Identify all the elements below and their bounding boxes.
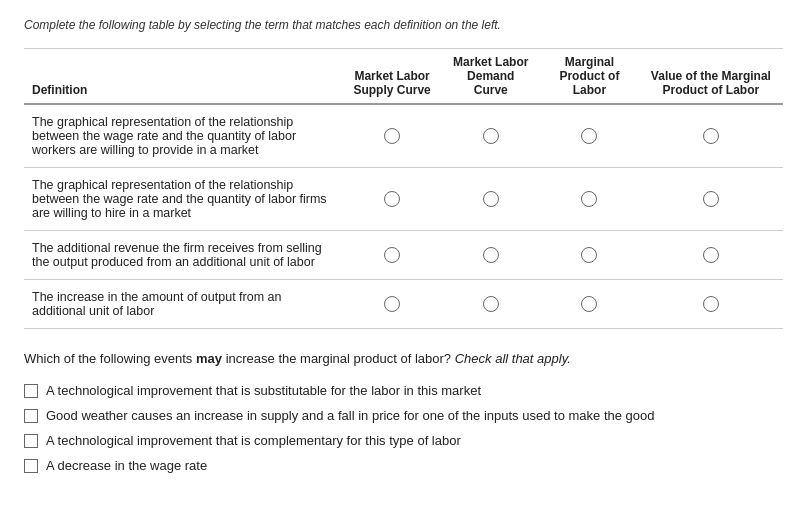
checkbox-label-2: Good weather causes an increase in suppl… xyxy=(46,408,655,423)
row3-col2-cell xyxy=(441,231,540,280)
checkbox-label-4: A decrease in the wage rate xyxy=(46,458,207,473)
checkbox-1[interactable] xyxy=(24,384,38,398)
row3-col2-radio[interactable] xyxy=(483,247,499,263)
row1-definition: The graphical representation of the rela… xyxy=(24,104,343,168)
instruction-text: Complete the following table by selectin… xyxy=(24,18,783,32)
table-row: The increase in the amount of output fro… xyxy=(24,280,783,329)
row2-col4-cell xyxy=(639,168,783,231)
row4-col1-cell xyxy=(343,280,442,329)
table-row: The graphical representation of the rela… xyxy=(24,104,783,168)
checkbox-item-4: A decrease in the wage rate xyxy=(24,458,783,473)
checkbox-item-1: A technological improvement that is subs… xyxy=(24,383,783,398)
row3-col4-radio[interactable] xyxy=(703,247,719,263)
row3-col3-cell xyxy=(540,231,639,280)
row3-definition: The additional revenue the firm receives… xyxy=(24,231,343,280)
row1-col4-cell xyxy=(639,104,783,168)
row1-col2-radio[interactable] xyxy=(483,128,499,144)
table-row: The additional revenue the firm receives… xyxy=(24,231,783,280)
col-header-supply: Market Labor Supply Curve xyxy=(343,49,442,105)
row1-col2-cell xyxy=(441,104,540,168)
row2-col1-radio[interactable] xyxy=(384,191,400,207)
row1-col4-radio[interactable] xyxy=(703,128,719,144)
row4-col2-radio[interactable] xyxy=(483,296,499,312)
row4-col3-cell xyxy=(540,280,639,329)
question-text: Which of the following events may increa… xyxy=(24,349,783,369)
row2-col3-radio[interactable] xyxy=(581,191,597,207)
row3-col1-cell xyxy=(343,231,442,280)
row2-col2-radio[interactable] xyxy=(483,191,499,207)
row2-col3-cell xyxy=(540,168,639,231)
row1-col3-cell xyxy=(540,104,639,168)
row4-col2-cell xyxy=(441,280,540,329)
checkbox-label-1: A technological improvement that is subs… xyxy=(46,383,481,398)
row3-col3-radio[interactable] xyxy=(581,247,597,263)
question-section: Which of the following events may increa… xyxy=(24,349,783,473)
row1-col3-radio[interactable] xyxy=(581,128,597,144)
col-header-demand: Market Labor Demand Curve xyxy=(441,49,540,105)
row4-col4-radio[interactable] xyxy=(703,296,719,312)
row3-col1-radio[interactable] xyxy=(384,247,400,263)
row4-col3-radio[interactable] xyxy=(581,296,597,312)
row1-col1-cell xyxy=(343,104,442,168)
checkbox-item-3: A technological improvement that is comp… xyxy=(24,433,783,448)
row4-definition: The increase in the amount of output fro… xyxy=(24,280,343,329)
row2-definition: The graphical representation of the rela… xyxy=(24,168,343,231)
question-text-before: Which of the following events xyxy=(24,351,196,366)
matching-table: Definition Market Labor Supply Curve Mar… xyxy=(24,48,783,329)
row2-col2-cell xyxy=(441,168,540,231)
row2-col1-cell xyxy=(343,168,442,231)
checkbox-item-2: Good weather causes an increase in suppl… xyxy=(24,408,783,423)
question-text-middle: increase the marginal product of labor? xyxy=(222,351,455,366)
row2-col4-radio[interactable] xyxy=(703,191,719,207)
question-text-bold: may xyxy=(196,351,222,366)
checkbox-4[interactable] xyxy=(24,459,38,473)
checkbox-label-3: A technological improvement that is comp… xyxy=(46,433,461,448)
row1-col1-radio[interactable] xyxy=(384,128,400,144)
row4-col4-cell xyxy=(639,280,783,329)
col-header-mpl: Marginal Product of Labor xyxy=(540,49,639,105)
checkbox-3[interactable] xyxy=(24,434,38,448)
question-text-italic: Check all that apply. xyxy=(455,351,571,366)
row3-col4-cell xyxy=(639,231,783,280)
row4-col1-radio[interactable] xyxy=(384,296,400,312)
col-header-definition: Definition xyxy=(24,49,343,105)
col-header-vmpl: Value of the Marginal Product of Labor xyxy=(639,49,783,105)
checkbox-2[interactable] xyxy=(24,409,38,423)
table-row: The graphical representation of the rela… xyxy=(24,168,783,231)
